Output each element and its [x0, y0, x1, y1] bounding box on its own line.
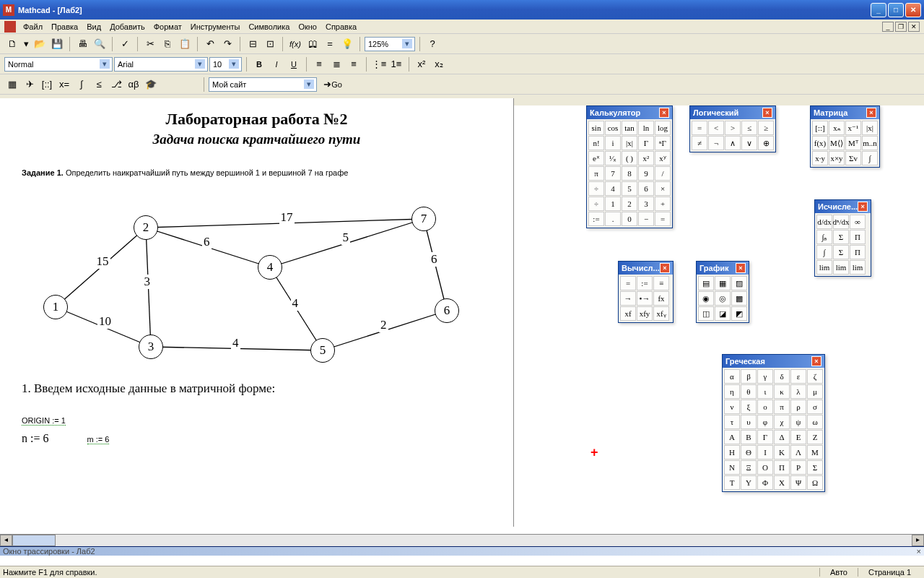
align2-button[interactable]: ⊡ — [262, 36, 278, 52]
palette-item[interactable]: := — [588, 212, 604, 226]
palette-item[interactable]: − — [638, 212, 654, 226]
palette-item[interactable]: ε — [790, 369, 806, 384]
menu-edit[interactable]: Правка — [47, 21, 82, 33]
zoom-combo[interactable]: 125% — [365, 37, 415, 51]
graph-palette-button[interactable]: ✈ — [22, 77, 38, 92]
go-button[interactable]: ➜ Go — [318, 77, 347, 92]
palette-item[interactable]: = — [655, 212, 671, 226]
palette-item[interactable]: τ — [724, 415, 740, 429]
close-button[interactable]: ✕ — [905, 3, 921, 17]
menu-window[interactable]: Окно — [294, 21, 321, 33]
font-combo[interactable]: Arial — [114, 57, 208, 72]
palette-item[interactable]: ◎ — [715, 291, 731, 306]
palette-close-button[interactable]: × — [762, 108, 772, 118]
preview-button[interactable]: 🔍 — [92, 36, 108, 52]
palette-item[interactable]: ≡ — [653, 276, 669, 290]
redo-button[interactable]: ↷ — [219, 36, 235, 52]
palette-greek[interactable]: Греческая×αβγδεζηθικλμνξοπρστυφχψωΑΒΓΔΕΖ… — [722, 354, 825, 492]
align-left-button[interactable]: ≡ — [311, 56, 327, 72]
palette-item[interactable]: d/dx — [816, 215, 832, 229]
spellcheck-button[interactable]: ✓ — [117, 36, 133, 52]
palette-item[interactable]: ω — [807, 415, 823, 429]
menu-insert[interactable]: Добавить — [105, 21, 149, 33]
palette-item[interactable]: ( ) — [622, 151, 637, 165]
palette-item[interactable]: θ — [741, 384, 757, 399]
palette-item[interactable]: π — [588, 166, 604, 181]
palette-item[interactable]: μ — [807, 384, 823, 399]
menu-format[interactable]: Формат — [149, 21, 186, 33]
scroll-right-button[interactable]: ▸ — [912, 535, 924, 546]
palette-item[interactable]: x×y — [829, 151, 845, 165]
palette-item[interactable]: x² — [638, 151, 654, 165]
palette-item[interactable]: ¹⁄ₓ — [605, 151, 621, 165]
palette-item[interactable]: ◩ — [731, 306, 747, 321]
palette-item[interactable]: Σ — [833, 245, 849, 259]
palette-item[interactable]: Υ — [741, 475, 757, 490]
calculus-palette-button[interactable]: ∫ — [74, 77, 90, 92]
palette-item[interactable]: ▩ — [731, 291, 747, 306]
palette-close-button[interactable]: × — [660, 263, 670, 273]
palette-item[interactable]: •→ — [637, 291, 653, 306]
palette-item[interactable]: i — [605, 136, 621, 150]
palette-item[interactable]: n! — [588, 136, 604, 150]
palette-item[interactable]: fx — [653, 291, 669, 306]
palette-item[interactable]: < — [708, 121, 724, 135]
palette-item[interactable]: ζ — [807, 369, 823, 384]
palette-item[interactable]: 1 — [605, 197, 621, 211]
palette-item[interactable]: ≤ — [741, 121, 757, 135]
palette-item[interactable]: Λ — [790, 445, 806, 460]
units-button[interactable]: 🕮 — [305, 36, 321, 52]
palette-item[interactable]: = — [692, 121, 707, 135]
palette-item[interactable]: lim — [833, 260, 849, 275]
palette-item[interactable]: ≥ — [758, 121, 774, 135]
document-area[interactable]: Лабораторная работа №2 Задача поиска кра… — [0, 98, 514, 527]
palette-item[interactable]: λ — [790, 384, 806, 399]
mdi-minimize-button[interactable]: _ — [882, 22, 894, 32]
palette-item[interactable]: Π — [774, 460, 790, 475]
palette-item[interactable]: Μ — [807, 445, 823, 460]
print-button[interactable]: 🖶 — [74, 36, 90, 52]
bullets-button[interactable]: ⋮≡ — [371, 56, 387, 72]
palette-item[interactable]: xₙ — [829, 121, 845, 135]
greek-palette-button[interactable]: αβ — [126, 77, 141, 92]
palette-item[interactable]: 9 — [638, 166, 654, 181]
palette-item[interactable]: β — [741, 369, 757, 384]
palette-item[interactable]: Ε — [790, 430, 806, 444]
palette-item[interactable]: ∧ — [725, 136, 741, 150]
palette-item[interactable]: γ — [757, 369, 773, 384]
palette-item[interactable]: tan — [622, 121, 637, 135]
palette-item[interactable]: Ψ — [790, 475, 806, 490]
italic-button[interactable]: I — [269, 56, 284, 72]
palette-item[interactable]: Θ — [741, 445, 757, 460]
palette-item[interactable]: ▦ — [715, 276, 731, 290]
palette-close-button[interactable]: × — [736, 263, 746, 273]
palette-item[interactable]: xʸ — [655, 151, 671, 165]
superscript-button[interactable]: x² — [414, 56, 430, 72]
palette-item[interactable]: ∞ — [850, 215, 866, 229]
palette-item[interactable]: 6 — [638, 181, 654, 196]
palette-item[interactable]: ρ — [790, 400, 806, 414]
palette-item[interactable]: xf — [620, 306, 636, 321]
align-center-button[interactable]: ≣ — [328, 56, 344, 72]
palette-item[interactable]: Δ — [774, 430, 790, 444]
palette-item[interactable]: Ο — [757, 460, 773, 475]
palette-item[interactable]: κ — [774, 384, 790, 399]
new-button[interactable]: 🗋 — [4, 36, 20, 52]
calc-button[interactable]: = — [322, 36, 338, 52]
new-dropdown[interactable]: ▾ — [22, 36, 30, 52]
programming-palette-button[interactable]: ⎇ — [108, 77, 124, 92]
palette-item[interactable]: x·y — [812, 151, 828, 165]
palette-item[interactable]: lim — [850, 260, 866, 275]
palette-item[interactable]: xfy — [637, 306, 653, 321]
palette-item[interactable]: Ι — [757, 445, 773, 460]
palette-item[interactable]: ∫ — [862, 151, 878, 165]
trace-close-button[interactable]: × — [917, 547, 921, 556]
palette-item[interactable]: Χ — [774, 475, 790, 490]
palette-item[interactable]: π — [774, 400, 790, 414]
mdi-restore-button[interactable]: ❐ — [895, 22, 907, 32]
palette-matrix[interactable]: Матрица×[::]xₙx⁻¹|x|f(x)M⟨⟩Mᵀm..nx·yx×yΣ… — [810, 105, 880, 168]
palette-close-button[interactable]: × — [659, 108, 669, 118]
undo-button[interactable]: ↶ — [202, 36, 218, 52]
palette-item[interactable]: Σ — [833, 230, 849, 244]
palette-item[interactable]: f(x) — [812, 136, 828, 150]
